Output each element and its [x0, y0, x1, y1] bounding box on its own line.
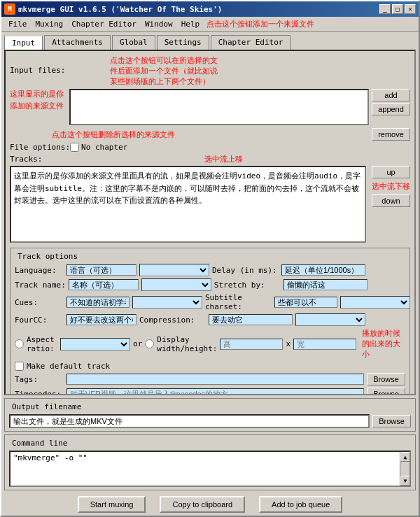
tab-global[interactable]: Global — [112, 35, 155, 50]
stretch-label: Stretch by: — [214, 281, 281, 290]
tracks-row: 这里显示的是你添加的来源文件里面具有的流，如果是视频会注明video，是音频会注… — [10, 166, 410, 243]
tags-browse-button[interactable]: Browse — [367, 373, 405, 385]
tab-input[interactable]: Input — [4, 35, 43, 50]
stretch-input[interactable] — [284, 279, 368, 290]
aspect-row: Aspect ratio: or Display width/height: x… — [15, 328, 405, 360]
display-label: Display width/height: — [157, 335, 217, 353]
files-tooltip-text: 点击这个按钮可以在所选择的文 件后面添加一个文件（就比如说 某些剧场版的上下两个… — [110, 55, 218, 87]
cmdline-scrollbar: ▲ ▼ — [400, 452, 410, 486]
minimize-button[interactable]: _ — [379, 4, 391, 14]
cues-label: Cues: — [15, 298, 64, 307]
tracks-label-row: Tracks: 选中流上移 — [10, 154, 410, 164]
title-bar: M mkvmerge GUI v1.6.5 ('Watcher Of The S… — [1, 1, 419, 17]
window-title: mkvmerge GUI v1.6.5 ('Watcher Of The Ski… — [18, 5, 379, 14]
aspect-select[interactable] — [60, 338, 130, 350]
make-default-checkbox[interactable] — [15, 362, 24, 371]
remove-row: 点击这个按钮删除所选择的来源文件 remove — [10, 128, 410, 141]
start-muxing-button[interactable]: Start muxing — [78, 496, 146, 513]
make-default-row: Make default track — [15, 362, 405, 371]
display-radio[interactable] — [145, 339, 154, 348]
add-button[interactable]: add — [372, 89, 410, 101]
tab-chapter-editor[interactable]: Chapter Editor — [211, 35, 291, 50]
output-title: Output filename — [9, 402, 84, 411]
output-section: Output filename Browse — [4, 398, 416, 432]
remove-tooltip-text: 点击这个按钮删除所选择的来源文件 — [52, 129, 175, 140]
main-window: M mkvmerge GUI v1.6.5 ('Watcher Of The S… — [0, 0, 420, 517]
language-select[interactable] — [139, 264, 209, 276]
window-controls: _ □ ✕ — [379, 4, 416, 14]
menu-file[interactable]: File — [4, 18, 31, 30]
cmdline-title: Command line — [9, 439, 70, 448]
tags-row: Tags: Browse — [15, 373, 405, 385]
menu-help[interactable]: Help — [177, 18, 204, 30]
up-button[interactable]: up — [372, 166, 410, 178]
file-options-row: File options: No chapter — [10, 143, 410, 152]
no-chapters-checkbox[interactable] — [70, 143, 79, 152]
down-button[interactable]: down — [372, 194, 410, 207]
times-sign: x — [286, 339, 290, 348]
trackname-input[interactable] — [69, 279, 139, 290]
language-label: Language: — [15, 266, 64, 275]
file-options-label: File options: — [10, 143, 70, 152]
scrollbar-up[interactable]: ▲ — [400, 452, 410, 462]
bottom-buttons: Start muxing Copy to clipboard Add to jo… — [1, 492, 419, 516]
cmdline-wrapper: ▲ ▼ — [9, 451, 411, 487]
timecodes-browse-button[interactable]: Browse — [367, 388, 405, 395]
aspect-label: Aspect ratio: — [27, 335, 57, 353]
menu-muxing[interactable]: Muxing — [31, 18, 68, 30]
input-files-listbox[interactable] — [69, 89, 369, 125]
input-files-label-row: Input files: 点击这个按钮可以在所选择的文 件后面添加一个文件（就比… — [10, 55, 410, 87]
tracks-listbox[interactable]: 这里显示的是你添加的来源文件里面具有的流，如果是视频会注明video，是音频会注… — [10, 166, 366, 243]
trackname-select[interactable] — [141, 278, 211, 291]
tab-attachments[interactable]: Attachments — [44, 35, 111, 50]
remove-button[interactable]: remove — [372, 128, 410, 141]
display-size-tooltip: 播放的时候的出来的大小 — [362, 328, 405, 360]
fourcc-input[interactable] — [66, 314, 136, 325]
trackname-row: Track name: Stretch by: — [15, 278, 405, 291]
subtitle-charset-select[interactable] — [340, 296, 410, 309]
add-to-job-queue-button[interactable]: Add to job queue — [259, 496, 342, 513]
tracks-nav-buttons: up 选中流下移 down — [372, 166, 410, 243]
maximize-button[interactable]: □ — [392, 4, 403, 14]
compression-select[interactable] — [295, 313, 365, 326]
close-button[interactable]: ✕ — [405, 4, 416, 14]
subtitle-charset-label: Subtitle charset: — [205, 293, 272, 311]
timecodes-label: Timecodes: — [15, 390, 64, 396]
language-input[interactable] — [66, 264, 136, 276]
copy-to-clipboard-button[interactable]: Copy to clipboard — [160, 496, 245, 513]
cmdline-section: Command line ▲ ▼ — [4, 434, 416, 490]
tags-input[interactable] — [66, 374, 364, 385]
trackname-label: Track name: — [15, 281, 66, 290]
tabs-bar: Input Attachments Global Settings Chapte… — [1, 32, 419, 50]
append-button[interactable]: append — [372, 103, 410, 115]
content-area: Input files: 点击这个按钮可以在所选择的文 件后面添加一个文件（就比… — [4, 50, 416, 395]
width-input[interactable] — [293, 339, 356, 350]
input-files-row: 这里显示的是你 添加的来源文件 add append — [10, 89, 410, 125]
tab-settings[interactable]: Settings — [157, 35, 209, 50]
scrollbar-track — [400, 462, 410, 476]
source-hint-1: 这里显示的是你 — [10, 89, 64, 99]
source-hint-2: 添加的来源文件 — [10, 101, 64, 111]
cues-input[interactable] — [66, 297, 130, 308]
timecodes-input[interactable] — [66, 388, 364, 395]
subtitle-charset-input[interactable] — [274, 297, 337, 308]
down-tooltip-text: 选中流下移 — [372, 181, 410, 192]
delay-input[interactable] — [281, 264, 365, 276]
compression-label: Compression: — [139, 316, 206, 325]
cues-select[interactable] — [132, 296, 202, 309]
aspect-radio[interactable] — [15, 339, 24, 348]
menu-chapter-editor[interactable]: Chapter Editor — [67, 18, 141, 30]
menubar: File Muxing Chapter Editor Window Help 点… — [1, 17, 419, 32]
add-append-buttons: add append — [372, 89, 410, 115]
track-options-group: Track options Language: Delay (in ms): T… — [10, 248, 410, 395]
cmdline-textarea[interactable] — [10, 452, 400, 486]
output-browse-button[interactable]: Browse — [372, 415, 411, 427]
output-filename-input[interactable] — [9, 414, 370, 428]
aspect-or: or — [133, 339, 142, 348]
menu-window[interactable]: Window — [141, 18, 177, 30]
scrollbar-down[interactable]: ▼ — [400, 476, 410, 486]
menu-add-tooltip: 点击这个按钮添加一个来源文件 — [206, 19, 314, 29]
compression-input[interactable] — [209, 314, 293, 325]
app-icon: M — [4, 3, 15, 15]
height-input[interactable] — [220, 339, 283, 350]
